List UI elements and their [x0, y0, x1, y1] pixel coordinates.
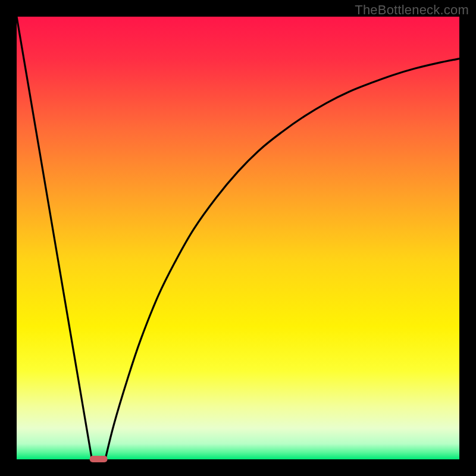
plot-background — [17, 17, 459, 459]
watermark-text: TheBottleneck.com — [355, 2, 469, 18]
optimal-marker — [90, 456, 108, 462]
chart-frame: TheBottleneck.com — [0, 0, 476, 476]
bottleneck-chart — [0, 0, 476, 476]
